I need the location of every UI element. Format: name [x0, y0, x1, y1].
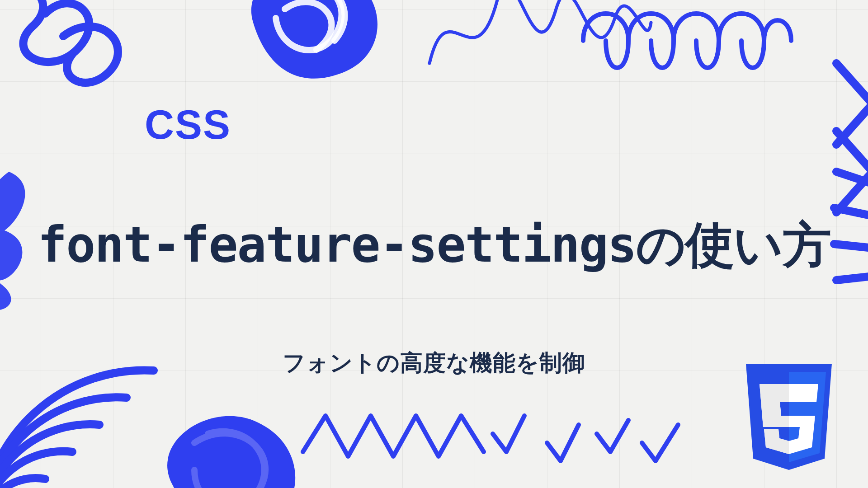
doodle-arcs-bottom-left	[0, 343, 163, 488]
page-title: font-feature-settingsの使い方	[38, 212, 830, 278]
doodle-blob-top	[226, 0, 402, 86]
page-subtitle: フォントの高度な機能を制御	[283, 348, 585, 378]
doodle-checks-bottom	[488, 402, 687, 479]
doodle-lines-right	[827, 163, 868, 307]
doodle-loops-top-left	[0, 0, 145, 99]
category-tag: CSS	[145, 102, 231, 148]
doodle-spring-top-right	[579, 0, 796, 86]
doodle-zigzag-bottom	[298, 402, 488, 474]
css3-logo-icon	[737, 364, 841, 481]
doodle-scribble-left	[0, 167, 41, 321]
doodle-blob-bottom	[145, 402, 316, 488]
